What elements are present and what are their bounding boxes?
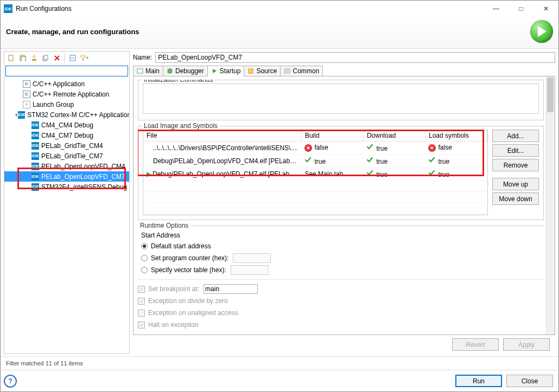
run-button[interactable]: Run [455,375,502,387]
svg-point-8 [168,69,172,73]
new-config-button[interactable] [7,53,16,63]
header: Create, manage, and run configurations [1,17,558,49]
config-tree[interactable]: CC/C++ ApplicationCC/C++ Remote Applicat… [4,78,129,354]
svg-rect-3 [32,59,36,61]
apply-button[interactable]: Apply [503,338,550,351]
table-row[interactable]: Debug\PELab_OpenLoopVFD_CM4.elf [PELab_O… [143,155,487,168]
check-icon [304,156,312,164]
delete-button[interactable] [52,53,62,63]
tree-item[interactable]: IDECM4_CM7 Debug [4,130,129,140]
tree-item[interactable]: IDEPELab_GridTie_CM7 [4,151,129,161]
minimize-button[interactable]: ― [484,1,509,17]
move-up-button[interactable]: Move up [492,178,539,190]
col-file[interactable]: File [143,130,301,142]
remove-button[interactable]: Remove [492,159,539,171]
ide-icon: IDE [31,132,39,139]
svg-rect-7 [137,69,143,73]
tab-label: Debugger [175,67,204,75]
close-button[interactable]: Close [506,375,553,387]
load-image-title: Load Image and Symbols [142,122,220,130]
runtime-options-group: Runtime Options Start Address Default st… [138,226,544,331]
c-app-icon: C [23,80,30,88]
halt-label: Halt on exception [148,321,199,329]
breakpoint-label: Set breakpoint at: [148,285,199,293]
c-app-icon: C [23,91,30,98]
tree-item[interactable]: CC/C++ Application [4,79,129,89]
start-address-label: Start Address [138,229,544,240]
tree-item[interactable]: IDECM4_CM4 Debug [4,120,129,130]
tree-item[interactable]: IDEPELab_GridTie_CM4 [4,140,129,151]
current-row-icon: ▶ [147,170,151,178]
table-row[interactable]: ▶Debug/PELab_OpenLoopVFD_CM7.elf [PELab_… [143,168,487,181]
tree-item-label: PELab_GridTie_CM7 [41,152,103,160]
table-row[interactable]: ..\..\..\..\..\Drivers\BSP\PEController\… [143,142,487,155]
left-pane: ▾ CC/C++ ApplicationCC/C++ Remote Applic… [4,51,130,354]
tab-common[interactable]: Common [280,66,323,76]
new-proto-button[interactable] [18,53,28,63]
tree-item[interactable]: IDEPELab_OpenLoopVFD_CM7 [4,171,129,182]
add-button[interactable]: Add... [492,130,539,142]
close-window-button[interactable]: ✕ [533,1,558,17]
edit-button[interactable]: Edit... [492,144,539,157]
radio-set-pc[interactable] [141,255,148,261]
col-download[interactable]: Download [363,130,425,142]
init-commands-textarea[interactable] [143,83,539,114]
tree-item[interactable]: ≡Launch Group [4,99,129,110]
svg-rect-10 [249,69,253,73]
export-button[interactable] [29,53,39,63]
ex-unaligned-label: Exception on unaligned access [148,309,238,317]
svg-rect-5 [44,55,48,60]
default-start-label: Default start address [151,242,211,250]
ide-icon: IDE [18,111,25,119]
name-label: Name: [133,54,152,61]
tab-main[interactable]: Main [133,66,163,76]
move-down-button[interactable]: Move down [492,192,539,205]
name-input[interactable] [155,52,555,63]
tab-debugger[interactable]: Debugger [163,66,208,76]
tab-startup[interactable]: Startup [207,66,245,76]
help-button[interactable]: ? [4,375,17,388]
radio-vector-table[interactable] [141,267,148,273]
tree-item-label: C/C++ Application [33,80,85,88]
vector-table-label: Specify vector table (hex): [151,266,226,274]
tree-item[interactable]: IDEPELab_OpenLoopVFD_CM4 [4,161,129,171]
launch-group-icon: ≡ [23,101,30,108]
ide-icon: IDE [31,121,39,129]
tab-label: Main [145,67,160,75]
content-scrollbar[interactable] [546,76,555,335]
svg-rect-0 [9,55,13,61]
tab-source[interactable]: Source [244,66,281,76]
tree-item[interactable]: CC/C++ Remote Application [4,89,129,99]
tree-item-label: C/C++ Remote Application [33,91,109,98]
ide-icon: IDE [31,152,39,160]
check-icon [366,169,374,177]
app-icon: IDE [4,4,12,13]
revert-button[interactable]: Revert [452,338,499,351]
svg-rect-2 [21,56,26,61]
filter-button[interactable]: ▾ [79,53,89,63]
duplicate-button[interactable] [41,53,50,63]
col-symbols[interactable]: Load symbols [425,130,487,142]
ex-divide-checkbox: ✓ [138,298,145,305]
check-icon [428,169,436,177]
check-icon [366,156,374,164]
cross-icon: ✕ [428,144,436,152]
breakpoint-input[interactable] [204,284,258,294]
tree-item-label: PELab_GridTie_CM4 [41,142,103,150]
pc-hex-input[interactable] [233,253,271,263]
ide-icon: IDE [31,183,39,191]
tabs: MainDebuggerStartupSourceCommon [133,65,555,76]
collapse-all-button[interactable] [68,53,78,63]
load-table[interactable]: File Build Download Load symbols ..\..\.… [143,130,488,215]
col-build[interactable]: Build [301,130,363,142]
init-commands-title: Initialization Commands [142,80,215,83]
maximize-button[interactable]: □ [509,1,533,17]
svg-marker-9 [213,69,217,73]
tree-item-label: STM32F4_intelliSENS Debug [41,183,127,191]
tab-label: Startup [220,67,241,75]
vt-hex-input[interactable] [231,265,269,275]
tree-item[interactable]: IDESTM32F4_intelliSENS Debug [4,182,129,192]
tree-item[interactable]: ▾IDESTM32 Cortex-M C/C++ Application [4,110,129,120]
filter-input[interactable] [5,66,128,76]
radio-default-start[interactable] [141,243,148,249]
